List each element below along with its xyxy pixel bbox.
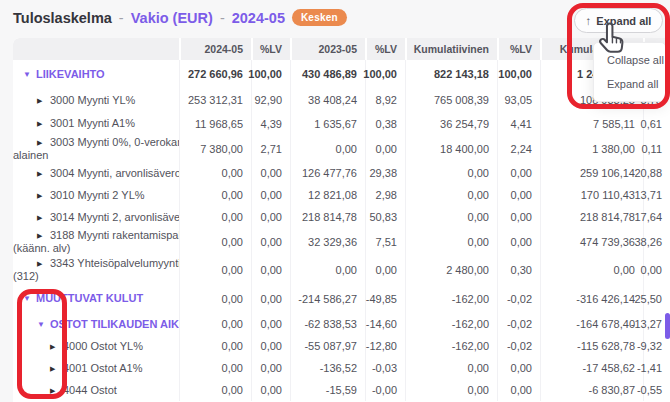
cell-value: 0,00 xyxy=(497,206,540,228)
cell-value: 7,51 xyxy=(365,228,405,256)
table-row[interactable]: ▶3188 Myynti rakentamispalv. 0%(käänn. a… xyxy=(13,228,670,256)
cell-value: 0,00 xyxy=(179,206,251,228)
expand-triangle-icon[interactable]: ▶ xyxy=(50,384,63,397)
expand-triangle-icon[interactable]: ▶ xyxy=(37,136,50,149)
cell-value: 100,00 xyxy=(497,60,540,88)
cell-value: 92,90 xyxy=(251,88,290,112)
cell-value: -15,59 xyxy=(290,379,365,401)
row-label: ▶4000 Ostot YL% xyxy=(13,335,179,357)
table-row[interactable]: ▶4001 Ostot A1%0,000,00-136,52-0,030,000… xyxy=(13,357,670,379)
table-row[interactable]: ▶3000 Myynti YL%253 312,3192,9038 408,24… xyxy=(13,88,670,112)
row-label: ▶3003 Myynti 0%, 0-verokannanalainen xyxy=(13,135,179,162)
cell-value: 126 477,76 xyxy=(290,162,365,184)
expand-triangle-icon[interactable]: ▶ xyxy=(37,117,50,130)
title-separator: - xyxy=(119,10,124,26)
cell-value: 1 380,00 xyxy=(540,135,643,162)
cell-value: 0,00 xyxy=(251,162,290,184)
cell-value: -316 426,14 xyxy=(540,284,643,313)
cell-value: 20,88 xyxy=(643,162,670,184)
cell-value: 0,00 xyxy=(405,228,497,256)
table-row[interactable]: ▶3014 Myynti 2, arvonlisäveroton0,000,00… xyxy=(13,206,670,228)
table-row[interactable]: ▶4044 Ostot0,000,00-15,59-0,000,000,00-6… xyxy=(13,379,670,401)
cell-value: 0,00 xyxy=(497,184,540,206)
cell-value: 8,92 xyxy=(365,88,405,112)
cell-value: 17,64 xyxy=(643,206,670,228)
cell-value: 0,00 xyxy=(251,313,290,335)
expand-triangle-icon[interactable]: ▶ xyxy=(37,257,50,270)
collapse-triangle-icon[interactable]: ▼ xyxy=(23,68,36,81)
table-row[interactable]: ▶3343 Yhteisöpalvelumyynti 0%(312)0,000,… xyxy=(13,256,670,284)
vertical-scrollbar-thumb[interactable] xyxy=(665,313,670,339)
cell-value: 93,05 xyxy=(497,88,540,112)
cell-value: 0,00 xyxy=(251,184,290,206)
period-link[interactable]: 2024-05 xyxy=(232,10,285,26)
cell-value: 0,00 xyxy=(179,256,251,284)
cell-value: 0,38 xyxy=(365,112,405,135)
report-type-link[interactable]: Vakio (EUR) xyxy=(131,10,213,26)
cell-value: 0,00 xyxy=(179,357,251,379)
table-row[interactable]: ▶4000 Ostot YL%0,000,00-55 087,97-12,80-… xyxy=(13,335,670,357)
table-row[interactable]: ▼MUUTTUVAT KULUT0,000,00-214 586,27-49,8… xyxy=(13,284,670,313)
cell-value: 259 106,14 xyxy=(540,162,643,184)
expand-triangle-icon[interactable]: ▶ xyxy=(50,340,63,353)
cell-value: 0,00 xyxy=(540,256,643,284)
cell-value: 765 008,39 xyxy=(405,88,497,112)
cell-value: -136,52 xyxy=(290,357,365,379)
cell-value: 0,00 xyxy=(179,228,251,256)
cell-value: 0,11 xyxy=(643,135,670,162)
cell-value: 0,00 xyxy=(405,357,497,379)
cell-value: -0,00 xyxy=(365,379,405,401)
income-statement-table: 2024-05%LV2023-05%LVKumulatiivinen%LVKum… xyxy=(13,38,670,402)
cell-value: -0,03 xyxy=(365,357,405,379)
column-header: 2023-05 xyxy=(290,38,365,60)
cell-value: 50,83 xyxy=(365,206,405,228)
cell-value: -6 830,87 xyxy=(540,379,643,401)
table-row[interactable]: ▶3003 Myynti 0%, 0-verokannanalainen7 38… xyxy=(13,135,670,162)
cell-value: 0,00 xyxy=(405,206,497,228)
cell-value: 38,26 xyxy=(643,228,670,256)
expand-triangle-icon[interactable]: ▶ xyxy=(50,362,63,375)
cell-value: 474 739,36 xyxy=(540,228,643,256)
cell-value: 0,00 xyxy=(179,162,251,184)
cell-value: -115 628,78 xyxy=(540,335,643,357)
cell-value: 0,00 xyxy=(179,184,251,206)
table-row[interactable]: ▶3004 Myynti, arvonlisäveroton0,000,0012… xyxy=(13,162,670,184)
cell-value: -162,00 xyxy=(405,313,497,335)
expand-triangle-icon[interactable]: ▶ xyxy=(37,189,50,202)
expand-triangle-icon[interactable]: ▶ xyxy=(37,211,50,224)
cell-value: 0,00 xyxy=(251,206,290,228)
collapse-triangle-icon[interactable]: ▼ xyxy=(37,318,50,331)
cell-value: 218 814,78 xyxy=(290,206,365,228)
menu-item-expand-all[interactable]: Expand all xyxy=(594,72,665,96)
cell-value: 2,24 xyxy=(497,135,540,162)
expand-triangle-icon[interactable]: ▶ xyxy=(37,229,50,242)
cell-value: 0,00 xyxy=(405,379,497,401)
cell-value: 272 660,96 xyxy=(179,60,251,88)
cell-value: 822 143,18 xyxy=(405,60,497,88)
row-label: ▶3001 Myynti A1% xyxy=(13,112,179,135)
expand-triangle-icon[interactable]: ▶ xyxy=(37,94,50,107)
row-label: ▶3014 Myynti 2, arvonlisäveroton xyxy=(13,206,179,228)
cell-value: -0,55 xyxy=(643,379,670,401)
cell-value: 0,00 xyxy=(643,256,670,284)
cell-value: 0,00 xyxy=(497,379,540,401)
collapse-triangle-icon[interactable]: ▼ xyxy=(23,292,36,305)
cell-value: 1 635,67 xyxy=(290,112,365,135)
cell-value: 11 968,65 xyxy=(179,112,251,135)
table-row[interactable]: ▼OSTOT TILIKAUDEN AIKANA0,000,00-62 838,… xyxy=(13,313,670,335)
cell-value: 0,00 xyxy=(290,135,365,162)
table-row[interactable]: ▼LIIKEVAIHTO272 660,96100,00430 486,8910… xyxy=(13,60,670,88)
cell-value: 12 821,08 xyxy=(290,184,365,206)
expand-triangle-icon[interactable]: ▶ xyxy=(37,167,50,180)
row-label: ▼OSTOT TILIKAUDEN AIKANA xyxy=(13,313,179,335)
cell-value: 18 400,00 xyxy=(405,135,497,162)
cell-value: 0,00 xyxy=(251,256,290,284)
cell-value: 0,00 xyxy=(405,162,497,184)
cell-value: 36 254,79 xyxy=(405,112,497,135)
cell-value: -25,50 xyxy=(643,284,670,313)
cell-value: 170 110,43 xyxy=(540,184,643,206)
cell-value: -0,02 xyxy=(497,335,540,357)
cell-value: 0,00 xyxy=(179,284,251,313)
table-row[interactable]: ▶3001 Myynti A1%11 968,654,391 635,670,3… xyxy=(13,112,670,135)
table-row[interactable]: ▶3010 Myynti 2 YL%0,000,0012 821,082,980… xyxy=(13,184,670,206)
